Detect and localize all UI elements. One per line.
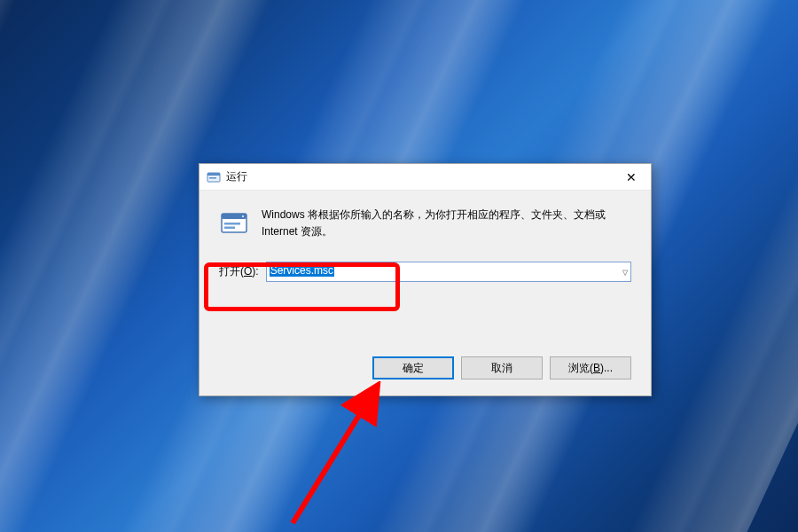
svg-rect-1 [207, 173, 220, 176]
svg-line-9 [293, 394, 372, 523]
run-dialog-icon [219, 208, 249, 239]
open-combobox[interactable]: Services.msc ▽ [266, 262, 631, 282]
dialog-title: 运行 [226, 169, 247, 184]
svg-point-7 [242, 215, 244, 217]
close-button[interactable]: ✕ [611, 164, 651, 190]
svg-rect-2 [209, 177, 216, 179]
dialog-button-row: 确定 取消 浏览(B)... [372, 356, 631, 379]
svg-rect-5 [224, 223, 240, 225]
dialog-description: Windows 将根据你所输入的名称，为你打开相应的程序、文件夹、文档或 Int… [262, 207, 631, 240]
titlebar[interactable]: 运行 ✕ [200, 164, 651, 191]
svg-rect-6 [224, 227, 235, 230]
cancel-button[interactable]: 取消 [461, 356, 543, 379]
ok-button[interactable]: 确定 [372, 356, 454, 379]
close-icon: ✕ [626, 171, 637, 184]
run-dialog: 运行 ✕ Windows 将根据你所输入的名称，为你打开相应的程序、文件夹、文档… [199, 163, 652, 396]
browse-button[interactable]: 浏览(B)... [550, 356, 631, 379]
open-input[interactable] [266, 262, 631, 282]
dialog-body: Windows 将根据你所输入的名称，为你打开相应的程序、文件夹、文档或 Int… [200, 191, 651, 282]
open-label: 打开(O): [219, 264, 259, 279]
annotation-arrow [275, 381, 408, 532]
run-title-icon [207, 170, 221, 184]
